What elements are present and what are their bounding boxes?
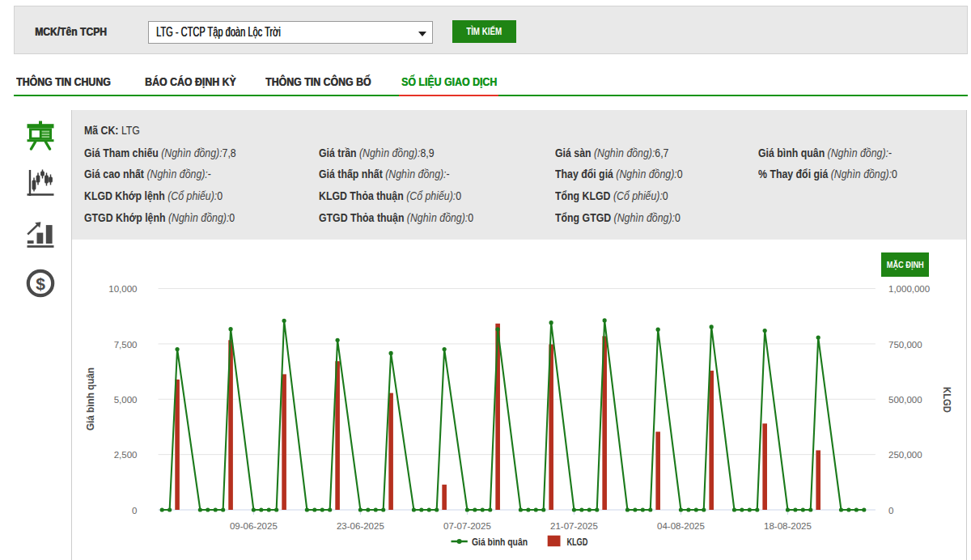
svg-text:09-06-2025: 09-06-2025 — [230, 521, 278, 531]
svg-text:2,500: 2,500 — [114, 450, 138, 460]
svg-text:0: 0 — [888, 506, 893, 515]
svg-text:KLGD: KLGD — [566, 537, 587, 548]
svg-text:Giá bình quân: Giá bình quân — [84, 367, 96, 431]
svg-text:750,000: 750,000 — [888, 340, 922, 350]
svg-text:0: 0 — [132, 506, 137, 515]
svg-text:5,000: 5,000 — [114, 395, 138, 405]
svg-text:07-07-2025: 07-07-2025 — [443, 521, 491, 531]
svg-text:Giá bình quân: Giá bình quân — [472, 537, 528, 548]
svg-text:18-08-2025: 18-08-2025 — [764, 521, 812, 531]
svg-text:250,000: 250,000 — [888, 450, 922, 460]
svg-text:10,000: 10,000 — [108, 284, 137, 294]
svg-text:500,000: 500,000 — [888, 395, 922, 405]
svg-text:21-07-2025: 21-07-2025 — [550, 521, 598, 531]
svg-text:04-08-2025: 04-08-2025 — [657, 521, 705, 531]
svg-text:7,500: 7,500 — [114, 340, 138, 350]
svg-text:KLGD: KLGD — [941, 387, 953, 413]
svg-text:23-06-2025: 23-06-2025 — [337, 521, 384, 531]
svg-text:1,000,000: 1,000,000 — [888, 284, 930, 294]
